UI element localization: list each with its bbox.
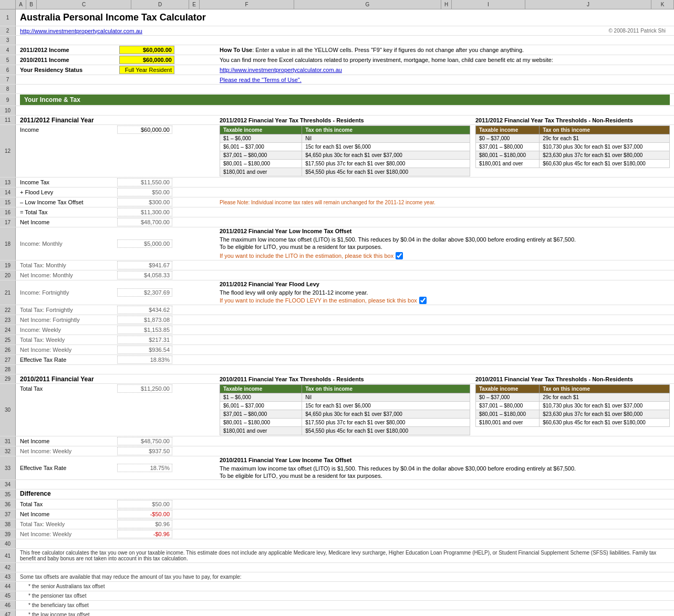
- row-41: 41 This free calculator calculates the t…: [0, 549, 674, 563]
- effective-tax-rate-value: 18.83%: [117, 356, 172, 364]
- row-40: 40: [0, 539, 674, 549]
- row-9: 9 Your Income & Tax: [0, 94, 674, 106]
- table-row: $0 – $37,000 29c for each $1: [476, 134, 670, 143]
- row-7: 7 Please read the "Terms of Use".: [0, 75, 674, 85]
- cell: $10,730 plus 30c for each $1 over $37,00…: [540, 143, 670, 151]
- row-13: 13 Income Tax $11,550.00: [0, 178, 674, 187]
- column-headers: A B C D E F G H I J K: [0, 0, 674, 9]
- row-39: 39 Net Income: Weekly -$0.96: [0, 529, 674, 539]
- table-row: $37,001 – $80,000 $10,730 plus 30c for e…: [476, 143, 670, 151]
- table-row: $80,001 – $180,000 $17,550 plus 37c for …: [220, 160, 470, 168]
- table-row: $180,001 and over $54,550 plus 45c for e…: [220, 427, 470, 435]
- net-income-weekly-label: Net Income: Weekly: [20, 347, 117, 353]
- income-fortnightly-value: $2,307.69: [117, 288, 172, 297]
- net-income-weekly-2010-label: Net Income: Weekly: [20, 448, 117, 454]
- income-2010-input[interactable]: $60,000.00: [119, 56, 174, 64]
- row-27: 27 Effective Tax Rate 18.83%: [0, 355, 674, 365]
- row-18: 18 Income: Monthly $5,000.00 2011/2012 F…: [0, 227, 674, 260]
- row-21: 21 Income: Fortnightly $2,307.69 2011/20…: [0, 280, 674, 305]
- th-taxable-income-2: Taxable income: [220, 385, 302, 393]
- th-tax-on-income-nonres-1: Tax on this income: [540, 126, 670, 134]
- row-33: 33 Effective Tax Rate 18.75% 2010/2011 F…: [0, 456, 674, 480]
- row-38: 38 Total Tax: Weekly $0.96: [0, 519, 674, 529]
- howto-text: : Enter a value in all the YELLOW cells.…: [252, 47, 524, 53]
- website-link2[interactable]: http://www.investmentpropertycalculator.…: [220, 67, 342, 73]
- income-tax-header: Your Income & Tax: [20, 95, 670, 105]
- lito-checkbox-text: If you want to include the LITO in the e…: [220, 253, 393, 259]
- net-income-label: Net Income: [20, 219, 117, 225]
- income-weekly-label: Income: Weekly: [20, 327, 117, 333]
- th-taxable-income-1: Taxable income: [220, 126, 302, 134]
- threshold-2010-res-title: 2010/2011 Financial Year Tax Thresholds …: [220, 376, 364, 382]
- disclaimer1: This free calculator calculates the tax …: [20, 550, 670, 561]
- row-46: 46 * the beneficiary tax offset: [0, 601, 674, 610]
- lito-checkbox[interactable]: [396, 252, 403, 259]
- row-44: 44 * the senior Australians tax offset: [0, 582, 674, 591]
- col-j: J: [525, 0, 651, 9]
- th-tax-nonres-2: Tax on this income: [540, 385, 670, 393]
- row-19: 19 Total Tax: Monthly $941.67: [0, 260, 674, 270]
- terms-link[interactable]: Please read the "Terms of Use".: [220, 77, 302, 83]
- residency-input[interactable]: Full Year Resident: [119, 66, 174, 74]
- cell: $23,630 plus 37c for each $1 over $80,00…: [540, 151, 670, 160]
- fy2011-title: 2011/2012 Financial Year: [20, 117, 94, 125]
- offset-4: * the low income tax offset: [28, 612, 90, 616]
- offset-2: * the pensioner tax offset: [28, 593, 86, 599]
- diff-net-income-weekly-value: -$0.96: [117, 530, 172, 538]
- net-income-2010-value: $48,750.00: [117, 437, 172, 445]
- row-25: 25 Total Tax: Weekly $217.31: [0, 335, 674, 345]
- threshold-2010-nonres-table: Taxable income Tax on this income $0 – $…: [475, 384, 670, 427]
- table-row: $80,001 – $180,000 $17,550 plus 37c for …: [220, 419, 470, 427]
- row-24: 24 Income: Weekly $1,153.85: [0, 325, 674, 335]
- website-link[interactable]: http://www.investmentpropertycalculator.…: [20, 28, 142, 34]
- row-36: 36 Total Tax $50.00: [0, 499, 674, 509]
- cell: $60,630 plus 45c for each $1 over $180,0…: [540, 160, 670, 168]
- table-row: $37,001 – $80,000 $4,650 plus 30c for ea…: [220, 410, 470, 419]
- table-row: $6,001 – $37,000 15c for each $1 over $6…: [220, 402, 470, 410]
- net-income-value: $48,700.00: [117, 218, 172, 226]
- diff-net-income-label: Net Income: [20, 511, 117, 517]
- row-26: 26 Net Income: Weekly $936.54: [0, 345, 674, 355]
- income-monthly-value: $5,000.00: [117, 239, 172, 248]
- income-fortnightly-label: Income: Fortnightly: [20, 289, 117, 296]
- col-i: I: [452, 0, 525, 9]
- col-c: C: [37, 0, 131, 9]
- spreadsheet: A B C D E F G H I J K 1 Australia Person…: [0, 0, 674, 616]
- cell: $80,001 – $180,000: [220, 160, 302, 168]
- cell: $180,001 and over: [476, 160, 540, 168]
- th-taxable-income-nonres-1: Taxable income: [476, 126, 540, 134]
- cell: Nil: [302, 134, 470, 143]
- diff-total-tax-weekly-value: $0.96: [117, 520, 172, 528]
- flood-checkbox[interactable]: [419, 297, 427, 304]
- row-20: 20 Net Income: Monthly $4,058.33: [0, 270, 674, 280]
- row-23: 23 Net Income: Fortnightly $1,873.08: [0, 315, 674, 325]
- row-2: 2 http://www.investmentpropertycalculato…: [0, 26, 674, 36]
- cell: 15c for each $1 over $6,000: [302, 143, 470, 151]
- offset-1: * the senior Australians tax offset: [28, 583, 105, 589]
- total-tax-fortnightly-value: $434.62: [117, 306, 172, 314]
- row-8: 8: [0, 85, 674, 94]
- flood-2011-title: 2011/2012 Financial Year Flood Levy: [220, 281, 319, 287]
- row-37: 37 Net Income -$50.00: [0, 509, 674, 519]
- cell: $37,001 – $80,000: [476, 143, 540, 151]
- row-14: 14 + Flood Levy $50.00: [0, 187, 674, 197]
- cell: $37,001 – $80,000: [220, 151, 302, 160]
- col-a: A: [16, 0, 26, 9]
- table-row: $80,001 – $180,000 $23,630 plus 37c for …: [476, 151, 670, 160]
- fy2010-title: 2010/2011 Financial Year: [20, 375, 94, 384]
- difference-title: Difference: [20, 490, 51, 498]
- table-row: $0 – $37,000 29c for each $1: [476, 393, 670, 402]
- threshold-2011-nonres-table: Taxable income Tax on this income $0 – $…: [475, 126, 670, 168]
- row-30: 30 Total Tax $11,250.00 Taxable income T…: [0, 384, 674, 436]
- income-2011-input[interactable]: $60,000.00: [119, 46, 174, 54]
- row-12: 12 Income $60,000.00 Taxable income Tax …: [0, 125, 674, 178]
- threshold-2011-res-table: Taxable income Tax on this income $1 – $…: [220, 126, 470, 176]
- threshold-2010-nonres-title: 2010/2011 Financial Year Tax Thresholds …: [475, 376, 633, 382]
- lito-value: $300.00: [117, 198, 172, 206]
- income-2010-label: 2010/2011 Income: [20, 57, 117, 63]
- cell: $0 – $37,000: [476, 134, 540, 143]
- copyright-text: © 2008-2011 Patrick Shi: [142, 28, 670, 34]
- col-h: H: [441, 0, 452, 9]
- flood-2011-text: The flood levy will only apply for the 2…: [220, 289, 670, 296]
- cell: $4,650 plus 30c for each $1 over $37,000: [302, 151, 470, 160]
